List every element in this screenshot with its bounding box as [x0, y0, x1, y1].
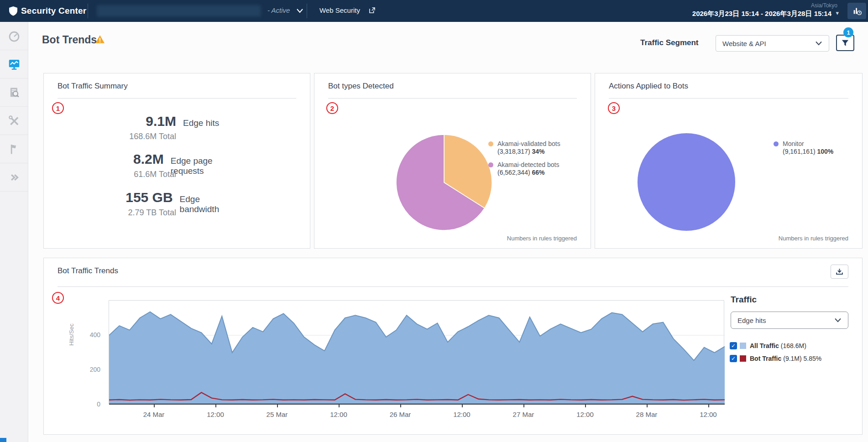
legend-item[interactable]: Akamai-validated bots (3,318,317) 34%: [488, 140, 560, 156]
legend-name: Monitor: [783, 140, 833, 148]
x-tick-label: 12:00: [446, 411, 478, 418]
traffic-trends-chart[interactable]: [109, 300, 724, 404]
checkbox-checked[interactable]: ✓: [730, 355, 737, 362]
legend-count: (3,318,317): [497, 148, 530, 155]
stat-total: 168.6M Total: [58, 132, 176, 141]
config-status: - Active: [267, 6, 290, 14]
card-title: Actions Applied to Bots: [609, 82, 688, 91]
x-tick-label: 12:00: [692, 411, 724, 418]
y-tick-label: 400: [83, 331, 100, 338]
external-link-icon[interactable]: [368, 6, 376, 15]
traffic-segment-value: Website & API: [722, 40, 766, 47]
chart-clock-icon: [852, 6, 862, 16]
sidebar-item-monitoring[interactable]: [0, 50, 28, 78]
y-tick-label: 0: [83, 400, 100, 408]
download-button[interactable]: [831, 265, 848, 279]
pie-legend: Akamai-validated bots (3,318,317) 34% Ak…: [488, 140, 560, 182]
footnote: Numbers in rules triggered: [779, 235, 848, 242]
x-tick-label: 12:00: [199, 411, 231, 418]
series-swatch: [740, 343, 746, 349]
divider: [609, 98, 848, 99]
traffic-segment-label: Traffic Segment: [640, 38, 699, 47]
annotation-1: 1: [52, 102, 64, 114]
filter-funnel-icon: [841, 38, 850, 47]
stat-label: Edge hits: [176, 118, 219, 128]
legend-count: (6,562,344): [497, 169, 530, 176]
legend-count: (9,161,161): [783, 148, 816, 155]
traffic-segment-select[interactable]: Website & API: [716, 35, 829, 52]
card-title: Bot Traffic Trends: [58, 266, 118, 276]
card-title: Bot types Detected: [328, 82, 394, 91]
stat-edge-hits: 9.1M Edge hits: [58, 114, 240, 129]
top-bar: Security Center - Active Web Security As…: [0, 0, 868, 22]
flag-icon: [8, 143, 21, 156]
legend-name: Akamai-validated bots: [497, 140, 560, 148]
caret-down-icon[interactable]: ▾: [836, 10, 839, 16]
warning-icon[interactable]: [95, 35, 105, 44]
sidebar-item-analytics[interactable]: [0, 78, 28, 107]
redacted-config-name: [97, 5, 261, 17]
annotation-3: 3: [608, 102, 620, 114]
shield-icon: [8, 5, 19, 16]
bot-types-pie-chart[interactable]: [393, 132, 495, 233]
filter-button[interactable]: [836, 35, 854, 51]
checkbox-checked[interactable]: ✓: [730, 342, 737, 349]
actions-applied-card: Actions Applied to Bots Monitor (9,161,1…: [595, 73, 863, 249]
series-detail: (9.1M) 5.85%: [783, 355, 821, 362]
x-tick-label: 24 Mar: [138, 411, 170, 418]
legend-name: Akamai-detected bots: [497, 161, 560, 169]
date-range-picker[interactable]: 2026年3月23日 15:14 - 2026年3月28日 15:14: [692, 10, 831, 18]
sidebar-item-flags[interactable]: [0, 135, 28, 163]
legend-item[interactable]: Monitor (9,161,161) 100%: [774, 140, 833, 156]
app-title: Security Center: [21, 6, 86, 16]
annotation-2: 2: [326, 102, 338, 114]
legend-pct: 100%: [817, 148, 834, 155]
chevron-down-icon[interactable]: [296, 8, 303, 14]
divider: [328, 98, 577, 99]
series-name: All Traffic: [750, 342, 779, 349]
y-axis-ticks: 0200400: [83, 300, 104, 404]
main-content: Bot Trends Traffic Segment Website & API…: [28, 22, 868, 442]
divider: [58, 98, 296, 99]
stat-label: Edge bandwidth: [173, 194, 240, 214]
timezone-label: Asia/Tokyo: [811, 2, 837, 9]
x-tick-label: 12:00: [569, 411, 601, 418]
sidebar-item-dashboard[interactable]: [0, 22, 28, 50]
stat-value: 155 GB: [58, 190, 173, 205]
corner-widget[interactable]: [0, 438, 6, 442]
legend-item[interactable]: Akamai-detected bots (6,562,344) 66%: [488, 161, 560, 177]
bot-traffic-summary-card: Bot Traffic Summary 9.1M Edge hits 168.6…: [43, 73, 310, 249]
series-name: Bot Traffic: [750, 355, 781, 362]
metric-select[interactable]: Edge hits: [731, 312, 848, 329]
web-security-link[interactable]: Web Security: [319, 6, 360, 14]
footnote: Numbers in rules triggered: [507, 235, 577, 242]
x-tick-label: 25 Mar: [261, 411, 293, 418]
legend-dot: [488, 162, 493, 167]
expand-icon: [8, 171, 21, 184]
x-tick-label: 12:00: [323, 411, 355, 418]
traffic-panel-title: Traffic: [731, 295, 757, 305]
report-search-icon: [8, 86, 21, 99]
metric-value: Edge hits: [737, 317, 766, 324]
x-axis-tickmarks: [109, 404, 724, 408]
sidebar-item-tools[interactable]: [0, 107, 28, 135]
gauge-icon: [8, 30, 21, 42]
x-tick-label: 27 Mar: [507, 411, 539, 418]
x-axis-labels: 24 Mar12:0025 Mar12:0026 Mar12:0027 Mar1…: [109, 411, 724, 420]
sidebar-item-expand[interactable]: [0, 163, 28, 192]
tools-icon: [8, 114, 21, 127]
filter-count-badge: 1: [843, 27, 853, 37]
toggle-bot-traffic[interactable]: ✓ Bot Traffic (9.1M) 5.85%: [730, 354, 821, 363]
actions-pie-chart[interactable]: [634, 130, 738, 234]
topbar-divider: [88, 4, 88, 18]
stat-value: 8.2M: [58, 151, 164, 167]
legend-dot: [774, 141, 779, 146]
toggle-all-traffic[interactable]: ✓ All Traffic (168.6M): [730, 342, 806, 350]
report-toolbar-button[interactable]: [847, 3, 866, 19]
y-tick-label: 200: [83, 366, 100, 373]
legend-pct: 66%: [532, 169, 545, 176]
stat-value: 9.1M: [58, 114, 176, 129]
bot-types-detected-card: Bot types Detected Akamai-validated bots…: [314, 73, 591, 249]
legend-dot: [488, 141, 493, 146]
divider: [58, 286, 848, 287]
